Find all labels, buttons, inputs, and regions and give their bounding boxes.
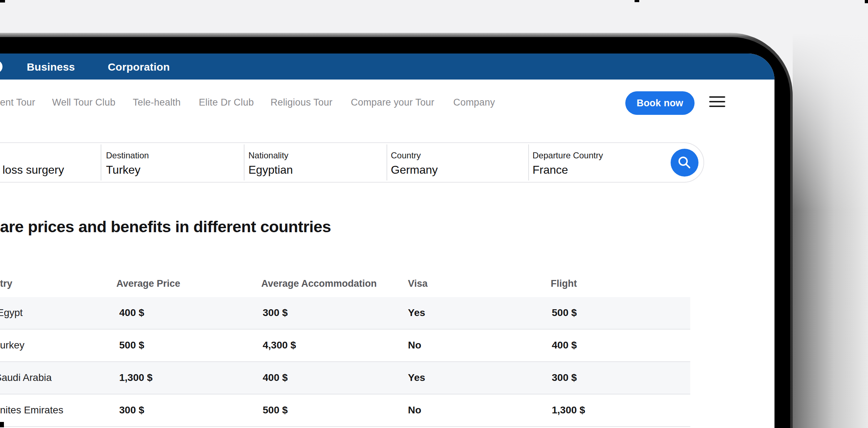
comparison-table-body: Egypt 400 $ 300 $ Yes 500 $ urkey 500 $ …: [0, 297, 690, 427]
cell-country: Saudi Arabia: [0, 372, 52, 383]
departure-country-field-value[interactable]: France: [533, 163, 568, 177]
cell-country: Egypt: [0, 307, 23, 319]
device-drop-shadow: [793, 33, 868, 428]
country-field-value[interactable]: Germany: [391, 163, 438, 177]
nationality-field-label: Nationality: [248, 151, 288, 160]
book-now-button[interactable]: Book now: [625, 91, 695, 115]
cell-flight: 1,300 $: [552, 404, 585, 416]
cell-visa: No: [408, 404, 421, 416]
table-header-average-price: Average Price: [116, 278, 180, 289]
cell-visa: Yes: [408, 307, 425, 319]
departure-country-field-label: Departure Country: [533, 151, 603, 160]
search-bar: [0, 142, 704, 183]
table-row: nites Emirates 300 $ 500 $ No 1,300 $: [0, 394, 690, 427]
page-title: are prices and benefits in different cou…: [0, 218, 331, 236]
nav-item-well-tour-club[interactable]: Well Tour Club: [52, 97, 115, 108]
cell-visa: No: [408, 340, 421, 351]
cell-average-accommodation: 400 $: [263, 372, 288, 383]
screen-artifact: [0, 0, 5, 2]
tab-corporation[interactable]: Corporation: [108, 61, 170, 73]
country-field-label: Country: [391, 151, 421, 160]
cell-flight: 300 $: [552, 372, 577, 383]
table-row: Egypt 400 $ 300 $ Yes 500 $: [0, 297, 690, 330]
table-header-visa: Visa: [408, 278, 428, 289]
cell-average-accommodation: 300 $: [263, 307, 288, 319]
cell-flight: 500 $: [552, 307, 577, 319]
nav-item-company[interactable]: Company: [453, 97, 495, 108]
search-field-divider: [101, 144, 101, 180]
search-field-divider: [528, 144, 529, 180]
cell-average-accommodation: 500 $: [263, 404, 288, 416]
site-logo[interactable]: [0, 60, 2, 73]
nav-item-tele-health[interactable]: Tele-health: [133, 97, 181, 108]
tablet-bezel: Business Corporation ent Tour Well Tour …: [0, 37, 790, 428]
screen-artifact: [865, 0, 868, 3]
search-icon: [677, 155, 692, 170]
cell-visa: Yes: [408, 372, 425, 383]
nav-item-compare-your-tour[interactable]: Compare your Tour: [351, 97, 434, 108]
cell-average-price: 500 $: [119, 340, 144, 351]
screen-artifact: [0, 422, 4, 427]
nav-item-religious-tour[interactable]: Religious Tour: [271, 97, 332, 108]
tablet-device-frame: Business Corporation ent Tour Well Tour …: [0, 33, 793, 428]
cell-country: nites Emirates: [0, 404, 63, 416]
table-row: Saudi Arabia 1,300 $ 400 $ Yes 300 $: [0, 362, 690, 394]
nav-item-ent-tour[interactable]: ent Tour: [0, 97, 35, 108]
cell-average-accommodation: 4,300 $: [263, 340, 296, 351]
cell-country: urkey: [0, 340, 24, 351]
search-button[interactable]: [671, 149, 698, 177]
account-type-bar: Business Corporation: [0, 54, 774, 80]
tab-business[interactable]: Business: [27, 61, 75, 73]
screenshot-canvas: Business Corporation ent Tour Well Tour …: [0, 0, 868, 428]
cell-average-price: 400 $: [119, 307, 144, 319]
hamburger-menu-icon[interactable]: [709, 96, 725, 107]
table-header-average-accommodation: Average Accommodation: [261, 278, 377, 289]
destination-field-label: Destination: [106, 151, 149, 160]
treatment-field-value[interactable]: loss surgery: [2, 163, 64, 177]
table-row: urkey 500 $ 4,300 $ No 400 $: [0, 330, 690, 362]
screen-artifact: [635, 0, 639, 2]
search-field-divider: [244, 144, 244, 180]
cell-average-price: 1,300 $: [119, 372, 152, 383]
hamburger-bar: [709, 96, 725, 98]
cell-flight: 400 $: [552, 340, 577, 351]
destination-field-value[interactable]: Turkey: [106, 163, 141, 177]
hamburger-bar: [709, 106, 725, 107]
table-header-country: try: [0, 278, 12, 289]
search-field-divider: [387, 144, 387, 180]
nationality-field-value[interactable]: Egyptian: [248, 163, 293, 177]
table-header-flight: Flight: [551, 278, 577, 289]
tablet-screen: Business Corporation ent Tour Well Tour …: [0, 54, 774, 428]
nav-item-elite-dr-club[interactable]: Elite Dr Club: [199, 97, 254, 108]
hamburger-bar: [709, 101, 725, 102]
cell-average-price: 300 $: [119, 404, 144, 416]
